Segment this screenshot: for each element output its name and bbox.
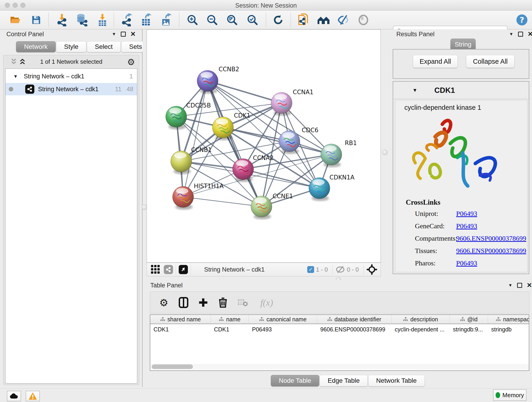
- show-columns-icon[interactable]: [177, 297, 190, 308]
- results-panel-float-button[interactable]: [518, 32, 523, 37]
- refresh-button[interactable]: [272, 13, 285, 26]
- zoom-fit-button[interactable]: [226, 13, 239, 26]
- crosslink-row: Uniprot:P06493: [415, 210, 525, 222]
- export-network-button[interactable]: [120, 13, 133, 26]
- edge-CCNE1-HIST1H1A[interactable]: [183, 197, 261, 206]
- crosslink-genecard-link[interactable]: P06493: [456, 222, 477, 230]
- status-bar: Memory: [0, 388, 532, 402]
- results-panel-close-button[interactable]: ✕: [528, 32, 532, 37]
- tab-network[interactable]: Network: [16, 41, 56, 52]
- column-header-namespace[interactable]: namespace: [488, 315, 529, 324]
- tab-node-table[interactable]: Node Table: [271, 375, 319, 386]
- warning-icon: [28, 392, 37, 400]
- table-row[interactable]: CDK1CDK1P064939606.ENSP00000378699cyclin…: [150, 324, 529, 335]
- table-panel-float-button[interactable]: [517, 283, 522, 288]
- right-splitter-grip[interactable]: [382, 150, 388, 155]
- import-network-database-button[interactable]: [75, 13, 88, 26]
- network-tree: ▼ String Network – cdk1 1 String Network…: [5, 69, 137, 383]
- column-type-icon: [403, 317, 408, 322]
- network-list-box: 1 of 1 Network selected ⚙ ▼ String Netwo…: [3, 55, 139, 385]
- memory-button[interactable]: Memory: [493, 389, 526, 401]
- hide-panels-button[interactable]: [337, 13, 350, 26]
- expand-all-button[interactable]: Expand All: [413, 55, 458, 68]
- toolbar-separator: [114, 13, 114, 27]
- results-panel-menu-caret[interactable]: ▼: [509, 32, 513, 37]
- collapse-all-button[interactable]: Collapse All: [466, 55, 515, 68]
- crosslink-uniprot-link[interactable]: P06493: [456, 210, 477, 217]
- table-cell: CDK1: [150, 324, 211, 335]
- birds-eye-view-icon[interactable]: [179, 265, 188, 274]
- warnings-button[interactable]: [26, 391, 40, 401]
- crosslink-label: Compartments:: [415, 235, 457, 242]
- tab-select[interactable]: Select: [87, 41, 121, 52]
- tab-edge-table[interactable]: Edge Table: [320, 375, 368, 386]
- tab-style[interactable]: Style: [56, 41, 86, 52]
- zoom-selected-button[interactable]: [246, 13, 259, 26]
- tab-network-table[interactable]: Network Table: [368, 375, 425, 386]
- column-header-database-identifier[interactable]: database identifier: [317, 315, 392, 324]
- function-builder-icon[interactable]: f(x): [256, 297, 277, 308]
- crosslink-row: Tissues:9606.ENSP00000378699: [415, 247, 525, 259]
- crosslink-tissues-link[interactable]: 9606.ENSP00000378699: [456, 247, 526, 255]
- delete-column-trash-icon[interactable]: [217, 297, 229, 308]
- gene-collapse-caret[interactable]: ▼: [412, 87, 418, 93]
- network-row[interactable]: String Network – cdk1 11 48: [6, 83, 137, 95]
- tree-expander-icon[interactable]: ▼: [13, 74, 18, 79]
- hscrollbar-thumb[interactable]: [152, 364, 193, 369]
- control-panel-float-button[interactable]: [121, 32, 126, 37]
- control-panel-close-button[interactable]: ✕: [130, 32, 136, 37]
- table-settings-gear-icon[interactable]: ⚙: [158, 297, 170, 308]
- add-column-icon[interactable]: [197, 297, 209, 308]
- open-session-button[interactable]: [9, 13, 22, 26]
- node-label-CCNA2: CCNA2: [253, 154, 273, 161]
- show-panels-button[interactable]: [357, 13, 370, 26]
- export-table-button[interactable]: [140, 13, 152, 26]
- export-image-button[interactable]: [159, 13, 172, 26]
- left-splitter[interactable]: [143, 29, 147, 387]
- selected-count: 1 - 0: [316, 266, 328, 273]
- save-session-button[interactable]: [30, 13, 43, 26]
- tab-string[interactable]: String: [450, 38, 476, 51]
- table-hscrollbar[interactable]: [151, 364, 529, 370]
- crosslink-pharos-link[interactable]: P06493: [456, 259, 477, 267]
- column-header-@id[interactable]: @id: [450, 315, 488, 324]
- table-panel-close-button[interactable]: ✕: [527, 283, 532, 288]
- selected-checkbox-icon[interactable]: ✓: [307, 266, 314, 273]
- column-header-description[interactable]: description: [392, 315, 450, 324]
- toolbar-separator: [291, 13, 291, 27]
- clone-network-button[interactable]: [297, 13, 310, 26]
- table-panel-title: Table Panel: [150, 282, 183, 289]
- column-header-name[interactable]: name: [211, 315, 249, 324]
- network-options-gear-icon[interactable]: ⚙: [127, 57, 135, 67]
- table-cell: cyclin-dependent ...: [392, 324, 450, 335]
- home-button[interactable]: [317, 13, 330, 26]
- gene-detail-box: cyclin-dependent kinase 1: [395, 100, 527, 272]
- grid-mode-icon[interactable]: [151, 264, 161, 274]
- node-label-CCNE1: CCNE1: [273, 193, 293, 200]
- zoom-out-button[interactable]: [206, 13, 219, 26]
- crosslink-row: Pharos:P06493: [415, 259, 525, 272]
- network-view-mode-icon[interactable]: [164, 265, 173, 274]
- import-table-button[interactable]: [96, 13, 109, 26]
- import-network-file-button[interactable]: [56, 13, 68, 26]
- gene-section: ▼ CDK1 cyclin-dependent kinase 1: [393, 81, 529, 274]
- column-type-icon: [219, 317, 224, 322]
- network-label: String Network – cdk1: [38, 86, 99, 93]
- help-button[interactable]: ?: [515, 13, 528, 26]
- zoom-in-button[interactable]: [186, 13, 199, 26]
- network-canvas[interactable]: CCNB2CCNA1CDC25BCDK1CDC6RB1CCNB1CCNA2CDK…: [147, 29, 381, 263]
- titlebar: Session: New Session: [0, 0, 532, 11]
- gene-section-header[interactable]: ▼ CDK1: [393, 82, 529, 99]
- column-header-canonical-name[interactable]: canonical name: [249, 315, 317, 324]
- left-splitter-grip[interactable]: [142, 204, 147, 210]
- control-panel-menu-caret[interactable]: ▼: [112, 32, 116, 37]
- network-collection-row[interactable]: ▼ String Network – cdk1 1: [6, 70, 137, 82]
- fit-content-crosshair-icon[interactable]: [366, 264, 377, 275]
- crosslink-compartments-link[interactable]: 9606.ENSP00000378699: [456, 235, 526, 242]
- table-panel-menu-caret[interactable]: ▼: [508, 283, 513, 288]
- cloud-status-button[interactable]: [7, 391, 21, 401]
- column-header-shared-name[interactable]: shared name: [150, 315, 211, 324]
- delete-table-icon[interactable]: [237, 297, 249, 308]
- open-folder-icon: [10, 15, 22, 25]
- crosslink-label: GeneCard:: [415, 222, 445, 230]
